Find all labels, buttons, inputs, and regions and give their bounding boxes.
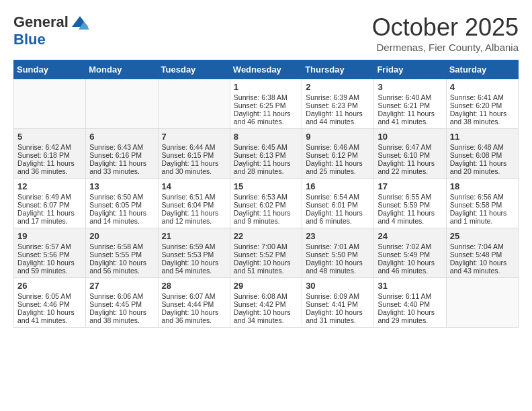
day-number: 2 <box>306 82 370 92</box>
calendar-day-7: 7Sunrise: 6:44 AMSunset: 6:15 PMDaylight… <box>158 129 230 179</box>
day-info: Sunrise: 6:59 AMSunset: 5:53 PMDaylight:… <box>162 242 219 275</box>
day-info: Sunrise: 6:44 AMSunset: 6:15 PMDaylight:… <box>162 143 219 175</box>
calendar-day-23: 23Sunrise: 7:01 AMSunset: 5:50 PMDayligh… <box>302 228 374 278</box>
calendar-week-row: 5Sunrise: 6:42 AMSunset: 6:18 PMDaylight… <box>14 129 519 179</box>
day-number: 9 <box>306 132 370 142</box>
calendar-day-2: 2Sunrise: 6:39 AMSunset: 6:23 PMDaylight… <box>302 79 374 129</box>
calendar-day-12: 12Sunrise: 6:49 AMSunset: 6:07 PMDayligh… <box>14 179 86 228</box>
calendar-day-25: 25Sunrise: 7:04 AMSunset: 5:48 PMDayligh… <box>446 228 518 278</box>
col-header-wednesday: Wednesday <box>230 60 302 79</box>
calendar-day-19: 19Sunrise: 6:57 AMSunset: 5:56 PMDayligh… <box>14 228 86 278</box>
calendar-day-9: 9Sunrise: 6:46 AMSunset: 6:12 PMDaylight… <box>302 129 374 179</box>
calendar-week-row: 1Sunrise: 6:38 AMSunset: 6:25 PMDaylight… <box>14 79 519 129</box>
day-info: Sunrise: 6:08 AMSunset: 4:42 PMDaylight:… <box>234 292 291 324</box>
day-number: 16 <box>306 181 370 191</box>
location-subtitle: Dermenas, Fier County, Albania <box>372 42 519 53</box>
day-number: 20 <box>89 231 154 241</box>
day-info: Sunrise: 7:02 AMSunset: 5:49 PMDaylight:… <box>378 242 435 275</box>
logo: General Blue <box>13 13 89 48</box>
calendar-day-8: 8Sunrise: 6:45 AMSunset: 6:13 PMDaylight… <box>230 129 302 179</box>
day-info: Sunrise: 6:55 AMSunset: 5:59 PMDaylight:… <box>378 193 435 225</box>
calendar-day-5: 5Sunrise: 6:42 AMSunset: 6:18 PMDaylight… <box>14 129 86 179</box>
calendar-day-28: 28Sunrise: 6:07 AMSunset: 4:44 PMDayligh… <box>158 278 230 328</box>
calendar-day-empty <box>446 278 518 328</box>
calendar-day-29: 29Sunrise: 6:08 AMSunset: 4:42 PMDayligh… <box>230 278 302 328</box>
day-info: Sunrise: 6:38 AMSunset: 6:25 PMDaylight:… <box>234 93 291 126</box>
calendar-week-row: 19Sunrise: 6:57 AMSunset: 5:56 PMDayligh… <box>14 228 519 278</box>
page-header: General Blue October 2025 Dermenas, Fier… <box>13 13 519 53</box>
calendar-day-13: 13Sunrise: 6:50 AMSunset: 6:05 PMDayligh… <box>86 179 158 228</box>
day-info: Sunrise: 6:47 AMSunset: 6:10 PMDaylight:… <box>378 143 435 175</box>
day-number: 8 <box>234 132 298 142</box>
day-info: Sunrise: 6:42 AMSunset: 6:18 PMDaylight:… <box>17 143 75 175</box>
calendar-day-22: 22Sunrise: 7:00 AMSunset: 5:52 PMDayligh… <box>230 228 302 278</box>
day-info: Sunrise: 6:43 AMSunset: 6:16 PMDaylight:… <box>89 143 146 175</box>
day-number: 26 <box>17 281 82 291</box>
calendar-day-3: 3Sunrise: 6:40 AMSunset: 6:21 PMDaylight… <box>374 79 446 129</box>
day-info: Sunrise: 6:11 AMSunset: 4:40 PMDaylight:… <box>378 292 435 324</box>
day-number: 21 <box>162 231 226 241</box>
day-number: 24 <box>378 231 442 241</box>
calendar-day-27: 27Sunrise: 6:06 AMSunset: 4:45 PMDayligh… <box>86 278 158 328</box>
day-info: Sunrise: 7:01 AMSunset: 5:50 PMDaylight:… <box>306 242 363 275</box>
calendar-day-11: 11Sunrise: 6:48 AMSunset: 6:08 PMDayligh… <box>446 129 518 179</box>
day-info: Sunrise: 6:45 AMSunset: 6:13 PMDaylight:… <box>234 143 291 175</box>
day-info: Sunrise: 6:46 AMSunset: 6:12 PMDaylight:… <box>306 143 363 175</box>
calendar-day-20: 20Sunrise: 6:58 AMSunset: 5:55 PMDayligh… <box>86 228 158 278</box>
day-info: Sunrise: 6:56 AMSunset: 5:58 PMDaylight:… <box>450 193 507 225</box>
day-number: 11 <box>450 132 515 142</box>
calendar-day-16: 16Sunrise: 6:54 AMSunset: 6:01 PMDayligh… <box>302 179 374 228</box>
calendar-day-10: 10Sunrise: 6:47 AMSunset: 6:10 PMDayligh… <box>374 129 446 179</box>
calendar-day-21: 21Sunrise: 6:59 AMSunset: 5:53 PMDayligh… <box>158 228 230 278</box>
day-number: 10 <box>378 132 442 142</box>
day-info: Sunrise: 6:48 AMSunset: 6:08 PMDaylight:… <box>450 143 507 175</box>
day-number: 3 <box>378 82 442 92</box>
day-number: 30 <box>306 281 370 291</box>
day-number: 25 <box>450 231 515 241</box>
day-number: 6 <box>89 132 154 142</box>
col-header-saturday: Saturday <box>446 60 518 79</box>
calendar-day-30: 30Sunrise: 6:09 AMSunset: 4:41 PMDayligh… <box>302 278 374 328</box>
day-info: Sunrise: 6:50 AMSunset: 6:05 PMDaylight:… <box>89 193 146 225</box>
calendar-day-26: 26Sunrise: 6:05 AMSunset: 4:46 PMDayligh… <box>14 278 86 328</box>
day-number: 27 <box>89 281 154 291</box>
logo-icon <box>71 15 89 30</box>
day-number: 28 <box>162 281 226 291</box>
day-number: 31 <box>378 281 442 291</box>
calendar-day-17: 17Sunrise: 6:55 AMSunset: 5:59 PMDayligh… <box>374 179 446 228</box>
day-number: 15 <box>234 181 298 191</box>
day-number: 19 <box>17 231 82 241</box>
day-info: Sunrise: 6:57 AMSunset: 5:56 PMDaylight:… <box>17 242 75 275</box>
day-info: Sunrise: 6:40 AMSunset: 6:21 PMDaylight:… <box>378 93 435 126</box>
title-block: October 2025 Dermenas, Fier County, Alba… <box>372 13 519 53</box>
day-number: 29 <box>234 281 298 291</box>
day-number: 13 <box>89 181 154 191</box>
col-header-tuesday: Tuesday <box>158 60 230 79</box>
day-info: Sunrise: 6:51 AMSunset: 6:04 PMDaylight:… <box>162 193 219 225</box>
calendar-day-24: 24Sunrise: 7:02 AMSunset: 5:49 PMDayligh… <box>374 228 446 278</box>
day-info: Sunrise: 7:00 AMSunset: 5:52 PMDaylight:… <box>234 242 291 275</box>
day-number: 22 <box>234 231 298 241</box>
calendar-day-31: 31Sunrise: 6:11 AMSunset: 4:40 PMDayligh… <box>374 278 446 328</box>
month-title: October 2025 <box>372 13 519 42</box>
calendar-day-4: 4Sunrise: 6:41 AMSunset: 6:20 PMDaylight… <box>446 79 518 129</box>
day-number: 7 <box>162 132 226 142</box>
day-info: Sunrise: 6:41 AMSunset: 6:20 PMDaylight:… <box>450 93 507 126</box>
day-number: 5 <box>17 132 82 142</box>
day-number: 23 <box>306 231 370 241</box>
day-info: Sunrise: 6:07 AMSunset: 4:44 PMDaylight:… <box>162 292 219 324</box>
calendar-day-empty <box>14 79 86 129</box>
calendar-header-row: SundayMondayTuesdayWednesdayThursdayFrid… <box>14 60 519 79</box>
calendar-day-empty <box>158 79 230 129</box>
day-info: Sunrise: 6:49 AMSunset: 6:07 PMDaylight:… <box>17 193 75 225</box>
calendar-week-row: 26Sunrise: 6:05 AMSunset: 4:46 PMDayligh… <box>14 278 519 328</box>
day-number: 4 <box>450 82 515 92</box>
calendar-day-empty <box>86 79 158 129</box>
calendar-day-15: 15Sunrise: 6:53 AMSunset: 6:02 PMDayligh… <box>230 179 302 228</box>
day-info: Sunrise: 6:54 AMSunset: 6:01 PMDaylight:… <box>306 193 363 225</box>
calendar-table: SundayMondayTuesdayWednesdayThursdayFrid… <box>13 60 519 328</box>
day-info: Sunrise: 7:04 AMSunset: 5:48 PMDaylight:… <box>450 242 507 275</box>
day-number: 12 <box>17 181 82 191</box>
day-info: Sunrise: 6:39 AMSunset: 6:23 PMDaylight:… <box>306 93 363 126</box>
day-number: 1 <box>234 82 298 92</box>
